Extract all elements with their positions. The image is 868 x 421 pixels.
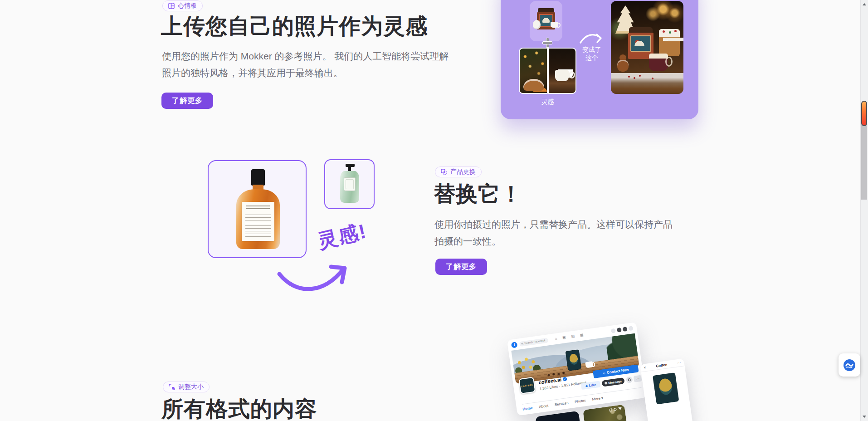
tab-more: More ▾ <box>592 396 603 401</box>
facebook-search-placeholder: Search Facebook <box>524 339 546 344</box>
green-pump-bottle-image <box>339 164 360 206</box>
page: 心情板 上传您自己的照片作为灵感 使用您的照片作为 Mokker 的参考照片。 … <box>0 0 868 421</box>
send-icon <box>618 407 622 410</box>
plus-icon <box>542 38 551 47</box>
menu-grid-icon <box>611 328 616 333</box>
inspiration-caption: 灵感! <box>315 215 383 255</box>
facebook-page-avatar: CAFFEEE <box>518 377 536 394</box>
inspiration-label: 灵感 <box>519 98 576 106</box>
moodboard-heading: 上传您自己的照片作为灵感 <box>161 12 428 41</box>
avatar-brand-text: CAFFEEE <box>521 383 533 388</box>
resize-heading: 所有格式的内容 <box>161 395 317 421</box>
groups-icon: ▦ <box>580 333 584 337</box>
moodboard-learn-more-button[interactable]: 了解更多 <box>161 93 213 109</box>
notifications-icon <box>622 327 627 332</box>
turns-into-caption: 变成了 这个 <box>576 45 608 62</box>
page-more-button: ⋯ <box>634 375 642 382</box>
shutter-icon <box>614 408 617 411</box>
tab-photos: Photos <box>575 398 586 404</box>
inspiration-product-thumbnail <box>530 1 562 41</box>
resize-badge: 调整大小 <box>163 382 210 392</box>
inspiration-images <box>519 48 576 94</box>
reference-photo-box <box>208 160 307 258</box>
cocoa-mug-figure <box>649 54 668 71</box>
amber-bottle-image <box>235 169 281 251</box>
scrollbar-down-arrow[interactable] <box>863 416 866 418</box>
curved-arrow-icon <box>579 32 604 45</box>
phone-mockup-card: × Coffee ⋯ <box>640 358 693 421</box>
replace-badge-label: 产品更换 <box>450 168 476 176</box>
social-format-thumbnail <box>583 404 627 421</box>
phone-mockup-title: Coffee <box>646 361 677 369</box>
camera-ui-icons <box>609 407 622 411</box>
inspiration-card: 灵感 变成了 这个 <box>501 0 698 119</box>
search-icon <box>521 343 524 345</box>
replace-heading: 替换它！ <box>434 180 522 209</box>
inspiration-image-mug <box>548 48 576 94</box>
marketplace-icon: ▤ <box>571 334 575 338</box>
page-search-button <box>626 376 633 383</box>
blue-swirl-icon <box>843 358 856 372</box>
facebook-browser-card: f Search Facebook ⌂ ▣ ▤ ▦ <box>507 322 647 416</box>
scrollbar-track[interactable] <box>860 0 868 421</box>
cup-figure <box>551 22 558 28</box>
polar-bear-figure <box>533 20 541 29</box>
watch-icon: ▣ <box>562 336 566 340</box>
tab-services: Services <box>554 401 569 407</box>
facebook-mockup: f Search Facebook ⌂ ▣ ▤ ▦ <box>507 322 636 340</box>
replace-learn-more-label: 了解更多 <box>446 262 477 272</box>
extension-floating-button[interactable] <box>839 353 860 377</box>
moodboard-paragraph: 使用您的照片作为 Mokker 的参考照片。 我们的人工智能将尝试理解照片的独特… <box>162 48 452 81</box>
link-icon <box>603 372 606 375</box>
facebook-search-bar: Search Facebook <box>519 338 549 347</box>
grid-icon <box>609 408 612 411</box>
thumbs-up-icon <box>585 384 588 387</box>
result-image <box>611 1 683 94</box>
coffee-bag-figure <box>566 349 582 371</box>
snow-table <box>611 73 683 94</box>
replace-icon <box>441 169 447 175</box>
moodboard-badge: 心情板 <box>162 0 203 11</box>
scrollbar-up-arrow[interactable] <box>863 3 866 5</box>
tab-about: About <box>539 404 549 409</box>
inspiration-image-cake <box>519 48 548 94</box>
messenger-icon <box>617 328 622 333</box>
messenger-bubble-icon <box>605 382 608 385</box>
message-button: Message <box>601 377 624 387</box>
dark-format-thumbnail <box>535 411 581 421</box>
moodboard-learn-more-label: 了解更多 <box>172 96 203 106</box>
facebook-account-icons <box>611 326 634 333</box>
facebook-logo-icon: f <box>511 342 518 348</box>
scroll-progress-indicator <box>861 101 867 126</box>
moodboard-badge-label: 心情板 <box>178 2 197 10</box>
replace-paragraph: 使用你拍摄过的照片，只需替换产品。这样可以保持产品拍摄的一致性。 <box>434 216 675 250</box>
resize-icon <box>169 384 175 390</box>
replacement-product-box <box>324 159 375 209</box>
scrollbar-thumb[interactable] <box>861 119 867 200</box>
swoosh-arrow-icon <box>276 255 357 296</box>
avatar <box>628 326 633 331</box>
phone-mockup-header: × Coffee ⋯ <box>640 358 684 372</box>
phone-coffee-bag-figure <box>653 372 679 404</box>
gingerbread-man-figure <box>616 54 629 73</box>
verified-badge-icon: ✓ <box>562 377 567 381</box>
iced-cake-figure <box>659 29 680 56</box>
board-icon <box>168 3 175 9</box>
tab-home: Home <box>522 406 533 411</box>
home-icon: ⌂ <box>555 337 557 341</box>
replace-learn-more-button[interactable]: 了解更多 <box>435 259 487 275</box>
facebook-nav-icons: ⌂ ▣ ▤ ▦ <box>555 333 584 341</box>
product-tin-image <box>536 8 556 30</box>
more-icon: ⋯ <box>677 360 681 365</box>
resize-badge-label: 调整大小 <box>178 383 204 391</box>
replace-badge: 产品更换 <box>435 166 482 177</box>
